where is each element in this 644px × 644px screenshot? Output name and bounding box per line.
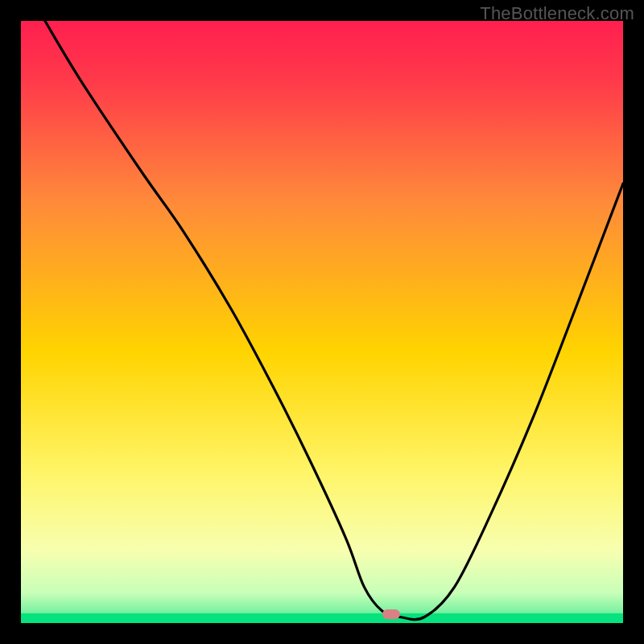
chart-background-gradient xyxy=(21,21,623,623)
optimum-band xyxy=(21,613,623,623)
svg-rect-0 xyxy=(21,21,623,623)
chart-frame xyxy=(21,21,623,623)
watermark-text: TheBottleneck.com xyxy=(480,3,634,24)
optimum-marker xyxy=(382,609,400,619)
